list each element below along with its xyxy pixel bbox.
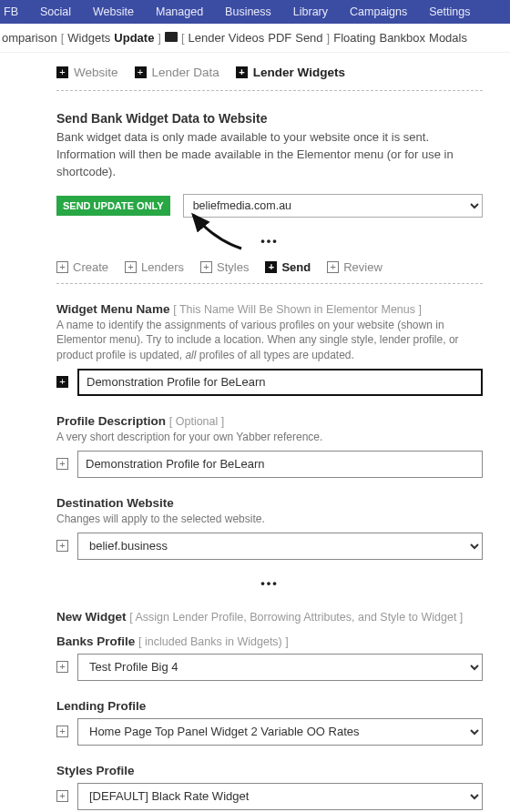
banks-profile-label: Banks Profile [ included Banks in Widget… (56, 634, 483, 648)
dest-site-row: + belief.business (56, 533, 483, 560)
label-text: Widget Menu Name (56, 302, 169, 316)
bc-send[interactable]: Send (295, 31, 322, 45)
styles-profile-row: + [DEFAULT] Black Rate Widget (56, 783, 483, 810)
bc-floating[interactable]: Floating (333, 31, 375, 45)
section-body: Bank widget data is only made available … (56, 129, 483, 181)
plus-icon: + (56, 261, 68, 273)
nav-campaigns[interactable]: Campaigns (350, 5, 407, 18)
site-select[interactable]: beliefmedia.com.au (183, 194, 483, 218)
bc-bankbox[interactable]: Bankbox (379, 31, 425, 45)
plus-icon: + (135, 66, 147, 78)
subtab-label: Send (281, 260, 311, 274)
profile-desc-row: + (56, 451, 483, 478)
subtab-label: Review (343, 260, 382, 274)
tab-label: Website (74, 66, 118, 79)
nav-fb[interactable]: FB (4, 5, 18, 18)
nav-website[interactable]: Website (93, 5, 134, 18)
nav-library[interactable]: Library (293, 5, 328, 18)
plus-icon: + (236, 66, 248, 78)
bc-sep: [ (61, 31, 65, 45)
dest-site-label: Destination Website (56, 496, 483, 510)
plus-icon[interactable]: + (56, 458, 68, 470)
plus-icon[interactable]: + (56, 726, 68, 737)
section-title: Send Bank Widget Data to Website (56, 111, 483, 126)
tab-lender-data[interactable]: + Lender Data (135, 66, 219, 79)
send-update-row: SEND UPDATE ONLY beliefmedia.com.au (56, 194, 483, 218)
profile-desc-input[interactable] (77, 451, 483, 478)
divider (56, 283, 483, 284)
subtab-label: Create (73, 260, 108, 274)
banks-profile-row: + Test Profile Big 4 (56, 654, 483, 681)
profile-desc-desc: A very short description for your own Ya… (56, 430, 483, 445)
divider (56, 90, 483, 91)
widget-menu-label: Widget Menu Name [ This Name Will Be Sho… (56, 302, 483, 316)
widget-menu-desc: A name to identify the assignments of va… (56, 318, 483, 363)
tab-website[interactable]: + Website (56, 66, 118, 79)
breadcrumb: omparison [ Widgets Update ] [ Lender Vi… (0, 24, 510, 53)
subtab-send[interactable]: +Send (265, 260, 311, 274)
nav-managed[interactable]: Managed (156, 5, 203, 18)
widget-menu-row: + (56, 369, 483, 396)
profile-desc-label: Profile Description [ Optional ] (56, 414, 483, 428)
bc-widgets[interactable]: Widgets (67, 31, 110, 45)
label-hint: [ This Name Will Be Shown in Elementor M… (173, 303, 422, 316)
new-widget-label: New Widget [ Assign Lender Profile, Borr… (56, 610, 483, 624)
primary-tabs: + Website + Lender Data + Lender Widgets (56, 53, 483, 88)
lending-profile-select[interactable]: Home Page Top Panel Widget 2 Variable OO… (77, 718, 483, 746)
label-hint: [ included Banks in Widgets) ] (138, 635, 289, 648)
subtabs: +Create +Lenders +Styles +Send +Review (56, 251, 483, 281)
nav-business[interactable]: Business (225, 5, 271, 18)
bc-modals[interactable]: Modals (429, 31, 467, 45)
styles-profile-select[interactable]: [DEFAULT] Black Rate Widget (77, 783, 483, 810)
subtab-styles[interactable]: +Styles (200, 260, 249, 274)
banks-profile-select[interactable]: Test Profile Big 4 (77, 654, 483, 681)
plus-icon[interactable]: + (56, 540, 68, 552)
plus-icon[interactable]: + (56, 661, 68, 673)
label-hint: [ Assign Lender Profile, Borrowing Attri… (129, 611, 463, 624)
nav-social[interactable]: Social (40, 5, 71, 18)
lending-profile-label: Lending Profile (56, 699, 483, 713)
desc-text: profiles of all types are updated. (196, 349, 353, 361)
bc-comparison[interactable]: omparison (2, 31, 57, 45)
plus-icon[interactable]: + (56, 376, 68, 388)
bc-sep: ] (158, 31, 161, 45)
dots-divider: ••• (56, 234, 483, 248)
subtab-label: Lenders (141, 260, 184, 274)
tab-label: Lender Data (152, 66, 219, 79)
bc-sep: ] (327, 31, 331, 45)
label-text: New Widget (56, 610, 126, 624)
plus-icon: + (56, 66, 68, 78)
bc-pdf[interactable]: PDF (268, 31, 291, 45)
widget-menu-input[interactable] (77, 369, 483, 396)
bc-lender-videos[interactable]: Lender Videos (189, 31, 265, 45)
lending-profile-row: + Home Page Top Panel Widget 2 Variable … (56, 718, 483, 746)
desc-em: all (185, 349, 196, 361)
subtab-review[interactable]: +Review (327, 260, 382, 274)
plus-icon[interactable]: + (56, 790, 68, 802)
label-hint: [ Optional ] (169, 415, 224, 428)
label-text: Banks Profile (56, 634, 135, 648)
bc-sep: [ (181, 31, 185, 45)
styles-profile-label: Styles Profile (56, 764, 483, 777)
subtab-label: Styles (217, 260, 249, 274)
label-text: Profile Description (56, 414, 166, 428)
bc-update[interactable]: Update (114, 31, 154, 45)
plus-icon: + (125, 261, 137, 273)
folder-icon (165, 32, 178, 42)
send-update-button[interactable]: SEND UPDATE ONLY (56, 196, 170, 216)
plus-icon: + (265, 261, 277, 273)
dots-divider: ••• (56, 576, 483, 590)
top-nav: FB Social Website Managed Business Libra… (0, 0, 510, 24)
nav-settings[interactable]: Settings (429, 5, 470, 18)
tab-label: Lender Widgets (253, 66, 345, 79)
subtab-create[interactable]: +Create (56, 260, 108, 274)
tab-lender-widgets[interactable]: + Lender Widgets (236, 66, 345, 79)
dest-site-select[interactable]: belief.business (77, 533, 483, 560)
subtab-lenders[interactable]: +Lenders (125, 260, 184, 274)
plus-icon: + (327, 261, 339, 273)
dest-site-desc: Changes will apply to the selected websi… (56, 512, 483, 527)
plus-icon: + (200, 261, 212, 273)
